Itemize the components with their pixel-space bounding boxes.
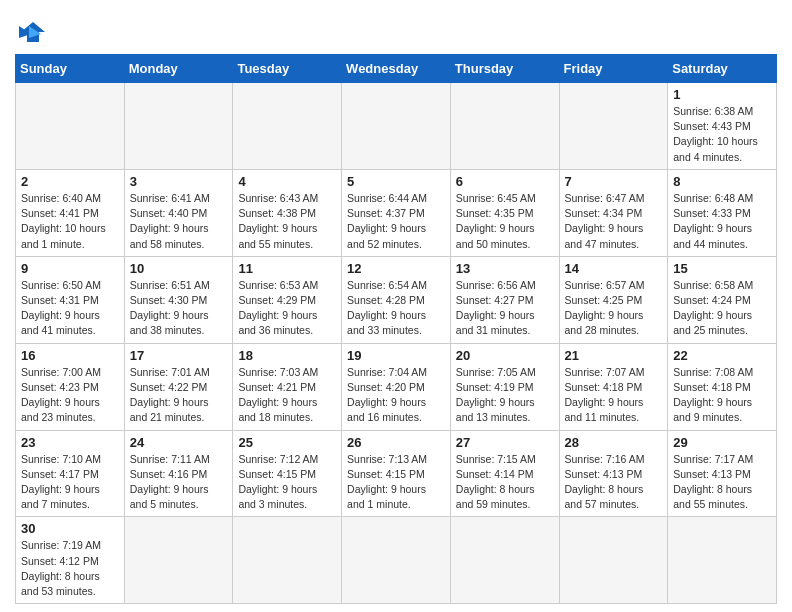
calendar-cell <box>559 517 668 604</box>
cell-info: Sunrise: 7:16 AM Sunset: 4:13 PM Dayligh… <box>565 452 663 513</box>
calendar-cell <box>233 517 342 604</box>
calendar-cell: 4Sunrise: 6:43 AM Sunset: 4:38 PM Daylig… <box>233 169 342 256</box>
weekday-header: Friday <box>559 55 668 83</box>
date-number: 9 <box>21 261 119 276</box>
calendar-cell: 20Sunrise: 7:05 AM Sunset: 4:19 PM Dayli… <box>450 343 559 430</box>
date-number: 5 <box>347 174 445 189</box>
calendar-cell: 7Sunrise: 6:47 AM Sunset: 4:34 PM Daylig… <box>559 169 668 256</box>
cell-info: Sunrise: 6:43 AM Sunset: 4:38 PM Dayligh… <box>238 191 336 252</box>
cell-info: Sunrise: 7:15 AM Sunset: 4:14 PM Dayligh… <box>456 452 554 513</box>
date-number: 25 <box>238 435 336 450</box>
cell-info: Sunrise: 6:47 AM Sunset: 4:34 PM Dayligh… <box>565 191 663 252</box>
calendar-cell: 29Sunrise: 7:17 AM Sunset: 4:13 PM Dayli… <box>668 430 777 517</box>
calendar-cell: 17Sunrise: 7:01 AM Sunset: 4:22 PM Dayli… <box>124 343 233 430</box>
date-number: 2 <box>21 174 119 189</box>
calendar-cell <box>668 517 777 604</box>
page-header <box>15 10 777 46</box>
calendar-cell: 21Sunrise: 7:07 AM Sunset: 4:18 PM Dayli… <box>559 343 668 430</box>
calendar-cell: 1Sunrise: 6:38 AM Sunset: 4:43 PM Daylig… <box>668 83 777 170</box>
cell-info: Sunrise: 7:13 AM Sunset: 4:15 PM Dayligh… <box>347 452 445 513</box>
calendar-cell: 9Sunrise: 6:50 AM Sunset: 4:31 PM Daylig… <box>16 256 125 343</box>
calendar-cell: 8Sunrise: 6:48 AM Sunset: 4:33 PM Daylig… <box>668 169 777 256</box>
cell-info: Sunrise: 7:10 AM Sunset: 4:17 PM Dayligh… <box>21 452 119 513</box>
calendar-cell <box>450 517 559 604</box>
calendar-cell: 24Sunrise: 7:11 AM Sunset: 4:16 PM Dayli… <box>124 430 233 517</box>
date-number: 22 <box>673 348 771 363</box>
cell-info: Sunrise: 7:19 AM Sunset: 4:12 PM Dayligh… <box>21 538 119 599</box>
calendar-cell <box>342 517 451 604</box>
date-number: 21 <box>565 348 663 363</box>
weekday-header: Wednesday <box>342 55 451 83</box>
calendar-cell <box>16 83 125 170</box>
calendar-cell: 28Sunrise: 7:16 AM Sunset: 4:13 PM Dayli… <box>559 430 668 517</box>
calendar-cell: 27Sunrise: 7:15 AM Sunset: 4:14 PM Dayli… <box>450 430 559 517</box>
cell-info: Sunrise: 6:54 AM Sunset: 4:28 PM Dayligh… <box>347 278 445 339</box>
date-number: 29 <box>673 435 771 450</box>
calendar-cell: 2Sunrise: 6:40 AM Sunset: 4:41 PM Daylig… <box>16 169 125 256</box>
calendar-cell: 6Sunrise: 6:45 AM Sunset: 4:35 PM Daylig… <box>450 169 559 256</box>
cell-info: Sunrise: 7:17 AM Sunset: 4:13 PM Dayligh… <box>673 452 771 513</box>
date-number: 14 <box>565 261 663 276</box>
calendar-cell <box>124 83 233 170</box>
cell-info: Sunrise: 6:58 AM Sunset: 4:24 PM Dayligh… <box>673 278 771 339</box>
cell-info: Sunrise: 7:12 AM Sunset: 4:15 PM Dayligh… <box>238 452 336 513</box>
cell-info: Sunrise: 6:51 AM Sunset: 4:30 PM Dayligh… <box>130 278 228 339</box>
weekday-row: SundayMondayTuesdayWednesdayThursdayFrid… <box>16 55 777 83</box>
calendar-cell: 18Sunrise: 7:03 AM Sunset: 4:21 PM Dayli… <box>233 343 342 430</box>
logo-icon <box>15 18 51 46</box>
date-number: 28 <box>565 435 663 450</box>
calendar-week-row: 1Sunrise: 6:38 AM Sunset: 4:43 PM Daylig… <box>16 83 777 170</box>
cell-info: Sunrise: 7:00 AM Sunset: 4:23 PM Dayligh… <box>21 365 119 426</box>
date-number: 10 <box>130 261 228 276</box>
cell-info: Sunrise: 6:50 AM Sunset: 4:31 PM Dayligh… <box>21 278 119 339</box>
calendar-cell: 10Sunrise: 6:51 AM Sunset: 4:30 PM Dayli… <box>124 256 233 343</box>
calendar-cell: 12Sunrise: 6:54 AM Sunset: 4:28 PM Dayli… <box>342 256 451 343</box>
date-number: 4 <box>238 174 336 189</box>
cell-info: Sunrise: 6:53 AM Sunset: 4:29 PM Dayligh… <box>238 278 336 339</box>
date-number: 12 <box>347 261 445 276</box>
cell-info: Sunrise: 7:07 AM Sunset: 4:18 PM Dayligh… <box>565 365 663 426</box>
cell-info: Sunrise: 7:01 AM Sunset: 4:22 PM Dayligh… <box>130 365 228 426</box>
calendar-cell <box>450 83 559 170</box>
calendar-week-row: 30Sunrise: 7:19 AM Sunset: 4:12 PM Dayli… <box>16 517 777 604</box>
calendar-table: SundayMondayTuesdayWednesdayThursdayFrid… <box>15 54 777 604</box>
date-number: 8 <box>673 174 771 189</box>
calendar-cell: 25Sunrise: 7:12 AM Sunset: 4:15 PM Dayli… <box>233 430 342 517</box>
date-number: 11 <box>238 261 336 276</box>
weekday-header: Sunday <box>16 55 125 83</box>
date-number: 20 <box>456 348 554 363</box>
cell-info: Sunrise: 6:41 AM Sunset: 4:40 PM Dayligh… <box>130 191 228 252</box>
weekday-header: Thursday <box>450 55 559 83</box>
calendar-cell: 22Sunrise: 7:08 AM Sunset: 4:18 PM Dayli… <box>668 343 777 430</box>
weekday-header: Monday <box>124 55 233 83</box>
calendar-cell <box>233 83 342 170</box>
calendar-week-row: 23Sunrise: 7:10 AM Sunset: 4:17 PM Dayli… <box>16 430 777 517</box>
calendar-week-row: 16Sunrise: 7:00 AM Sunset: 4:23 PM Dayli… <box>16 343 777 430</box>
date-number: 3 <box>130 174 228 189</box>
calendar-week-row: 2Sunrise: 6:40 AM Sunset: 4:41 PM Daylig… <box>16 169 777 256</box>
cell-info: Sunrise: 7:05 AM Sunset: 4:19 PM Dayligh… <box>456 365 554 426</box>
date-number: 23 <box>21 435 119 450</box>
date-number: 13 <box>456 261 554 276</box>
logo <box>15 18 55 46</box>
date-number: 18 <box>238 348 336 363</box>
calendar-header: SundayMondayTuesdayWednesdayThursdayFrid… <box>16 55 777 83</box>
calendar-cell: 13Sunrise: 6:56 AM Sunset: 4:27 PM Dayli… <box>450 256 559 343</box>
cell-info: Sunrise: 6:45 AM Sunset: 4:35 PM Dayligh… <box>456 191 554 252</box>
cell-info: Sunrise: 6:38 AM Sunset: 4:43 PM Dayligh… <box>673 104 771 165</box>
cell-info: Sunrise: 6:40 AM Sunset: 4:41 PM Dayligh… <box>21 191 119 252</box>
calendar-cell <box>559 83 668 170</box>
calendar-week-row: 9Sunrise: 6:50 AM Sunset: 4:31 PM Daylig… <box>16 256 777 343</box>
calendar-body: 1Sunrise: 6:38 AM Sunset: 4:43 PM Daylig… <box>16 83 777 604</box>
date-number: 17 <box>130 348 228 363</box>
calendar-cell: 5Sunrise: 6:44 AM Sunset: 4:37 PM Daylig… <box>342 169 451 256</box>
calendar-cell: 15Sunrise: 6:58 AM Sunset: 4:24 PM Dayli… <box>668 256 777 343</box>
cell-info: Sunrise: 6:48 AM Sunset: 4:33 PM Dayligh… <box>673 191 771 252</box>
cell-info: Sunrise: 7:03 AM Sunset: 4:21 PM Dayligh… <box>238 365 336 426</box>
calendar-cell: 26Sunrise: 7:13 AM Sunset: 4:15 PM Dayli… <box>342 430 451 517</box>
date-number: 1 <box>673 87 771 102</box>
calendar-cell: 3Sunrise: 6:41 AM Sunset: 4:40 PM Daylig… <box>124 169 233 256</box>
calendar-cell: 16Sunrise: 7:00 AM Sunset: 4:23 PM Dayli… <box>16 343 125 430</box>
date-number: 15 <box>673 261 771 276</box>
cell-info: Sunrise: 6:44 AM Sunset: 4:37 PM Dayligh… <box>347 191 445 252</box>
